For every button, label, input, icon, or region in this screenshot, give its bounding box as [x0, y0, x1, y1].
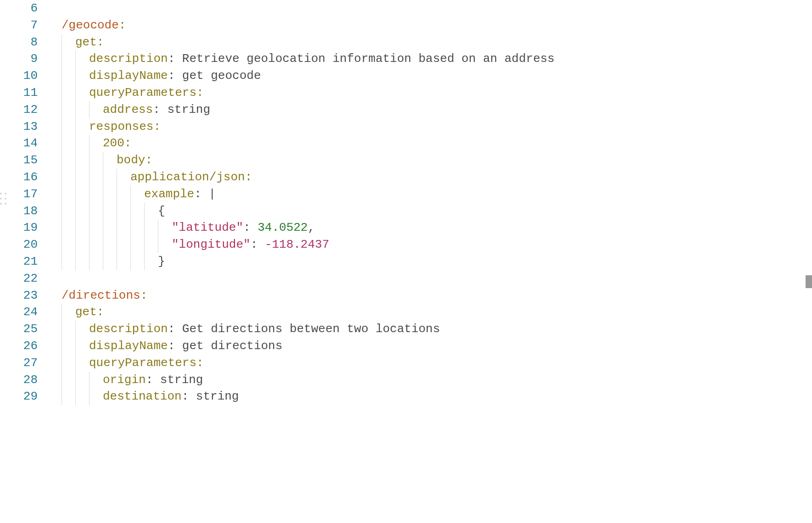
code-line[interactable]: example: | [46, 186, 812, 203]
code-line[interactable] [46, 0, 812, 17]
code-text: description: Retrieve geolocation inform… [46, 52, 554, 66]
line-number: 24 [0, 304, 38, 321]
code-line[interactable]: origin: string [46, 372, 812, 389]
code-line[interactable]: application/json: [46, 169, 812, 186]
code-line[interactable]: /directions: [46, 287, 812, 304]
code-line[interactable]: queryParameters: [46, 84, 812, 101]
code-text: responses: [46, 120, 161, 134]
code-text: "latitude": 34.0522, [46, 221, 315, 234]
line-number: 10 [0, 67, 38, 84]
line-number: 29 [0, 388, 38, 405]
code-text: example: | [46, 187, 216, 201]
line-number: 6 [0, 0, 38, 17]
code-text: displayName: get geocode [46, 69, 261, 83]
code-text: } [46, 255, 165, 268]
code-text: "longitude": -118.2437 [46, 238, 329, 251]
line-number: 13 [0, 118, 38, 135]
code-line[interactable]: } [46, 253, 812, 270]
line-number: 27 [0, 355, 38, 372]
code-content[interactable]: /geocode:get:description: Retrieve geolo… [46, 0, 812, 523]
line-number: 19 [0, 219, 38, 236]
code-line[interactable]: 200: [46, 135, 812, 152]
code-line[interactable]: get: [46, 34, 812, 51]
line-number: 26 [0, 338, 38, 355]
line-number-gutter: 6789101112131415161718192021222324252627… [0, 0, 46, 523]
code-text: application/json: [46, 170, 252, 184]
line-number: 18 [0, 203, 38, 220]
line-number: 12 [0, 101, 38, 118]
code-line[interactable]: body: [46, 152, 812, 169]
scrollbar-thumb[interactable] [806, 275, 812, 288]
code-text: description: Get directions between two … [46, 322, 440, 336]
line-number: 15 [0, 152, 38, 169]
code-text: /directions: [46, 289, 147, 302]
line-number: 23 [0, 287, 38, 304]
code-text [46, 272, 62, 285]
code-text: displayName: get directions [46, 339, 282, 353]
code-text: queryParameters: [46, 356, 204, 370]
code-line[interactable]: "latitude": 34.0522, [46, 219, 812, 236]
code-text: get: [46, 305, 104, 319]
code-line[interactable]: get: [46, 304, 812, 321]
code-text: { [46, 204, 165, 218]
line-number: 9 [0, 50, 38, 67]
line-number: 25 [0, 321, 38, 338]
code-line[interactable]: destination: string [46, 388, 812, 405]
code-line[interactable] [46, 270, 812, 287]
line-number: 7 [0, 17, 38, 34]
code-text: address: string [46, 103, 210, 117]
code-line[interactable]: description: Get directions between two … [46, 321, 812, 338]
code-line[interactable]: queryParameters: [46, 355, 812, 372]
code-text: get: [46, 35, 104, 49]
line-number: 8 [0, 34, 38, 51]
line-number: 11 [0, 84, 38, 101]
code-line[interactable]: "longitude": -118.2437 [46, 236, 812, 253]
code-line[interactable]: { [46, 203, 812, 220]
code-text: origin: string [46, 373, 203, 387]
code-editor[interactable]: 6789101112131415161718192021222324252627… [0, 0, 812, 523]
line-number: 22 [0, 270, 38, 287]
code-line[interactable]: /geocode: [46, 17, 812, 34]
code-line[interactable]: displayName: get geocode [46, 67, 812, 84]
panel-drag-handle[interactable] [0, 193, 6, 205]
code-line[interactable]: address: string [46, 101, 812, 118]
code-text: queryParameters: [46, 86, 204, 100]
line-number: 28 [0, 372, 38, 389]
line-number: 21 [0, 253, 38, 270]
code-line[interactable]: displayName: get directions [46, 338, 812, 355]
line-number: 16 [0, 169, 38, 186]
code-line[interactable]: description: Retrieve geolocation inform… [46, 50, 812, 67]
line-number: 14 [0, 135, 38, 152]
code-text: /geocode: [46, 18, 126, 32]
line-number: 20 [0, 236, 38, 253]
code-line[interactable]: responses: [46, 118, 812, 135]
code-text [46, 1, 62, 15]
